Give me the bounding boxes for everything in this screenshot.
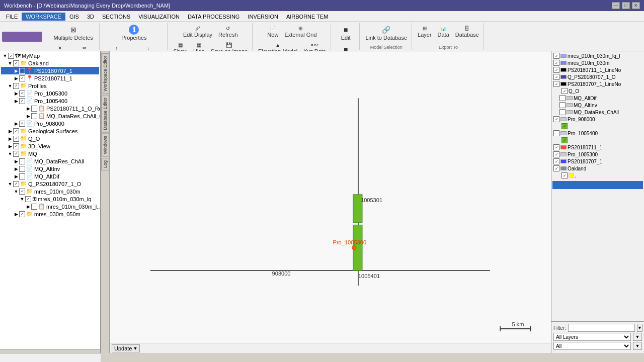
layer-cb-q-o[interactable]	[561, 88, 568, 94]
node-info-panel	[0, 353, 101, 362]
layer-label-mres: mres_010m_030m	[568, 60, 609, 66]
layer-row-pro-908000-check	[552, 123, 643, 130]
sidebar-tab-windows[interactable]: Windows	[101, 133, 109, 157]
layer-cb-ps20180707-lineno[interactable]	[553, 81, 559, 87]
tree-node-mq[interactable]: ▼ 📁 MQ	[1, 150, 99, 157]
filter-layers-dropdown[interactable]: ▼	[633, 333, 642, 341]
tree-node-mq-datares-chall[interactable]: ▶ 📄 MQ_DataRes_ChAll	[1, 157, 99, 165]
workspace-tree[interactable]: ▼ 🗺 MyMap ▼ 📁 Oakland ▶ 📍 PS20180707_1	[0, 51, 100, 349]
menu-workspace[interactable]: WORKSPACE	[22, 13, 65, 21]
filter-options-button[interactable]: ▼	[637, 324, 642, 332]
layer-label-pro-1005400: Pro_1005400	[568, 131, 598, 136]
layer-cb-ps20180707-1[interactable]	[553, 158, 559, 164]
tree-node-q-o[interactable]: ▶ 📁 Q_O	[1, 135, 99, 142]
layer-cb-mq-altinv[interactable]	[559, 102, 566, 108]
layer-cb-mres-lq-l[interactable]	[553, 53, 559, 59]
filter-all-select[interactable]: All	[553, 342, 631, 350]
hide-icon: ▦	[195, 41, 202, 48]
layer-color-oakland	[560, 166, 567, 170]
new-button[interactable]: 📄 New	[265, 23, 281, 39]
layer-cb-pro-1005400-2[interactable]	[561, 137, 568, 143]
multiple-deletes-button[interactable]: ⊠ Multiple Deletes	[51, 23, 96, 42]
layer-cb-pro-908000-2[interactable]	[561, 123, 568, 129]
data-export-button[interactable]: 📊 Data	[435, 23, 452, 39]
layer-cb-q-ps[interactable]	[553, 74, 559, 80]
edit-color-button[interactable]: ■ Edit	[338, 23, 354, 42]
layer-cb-mq-altdif[interactable]	[559, 95, 566, 101]
menu-gis[interactable]: GIS	[65, 13, 83, 21]
filter-all-dropdown[interactable]: ▼	[633, 342, 642, 350]
external-grid-icon: ⊞	[297, 25, 304, 32]
tree-node-pro-908000[interactable]: ▶ 📄 Pro_908000	[1, 120, 99, 127]
edit-display-button[interactable]: 🖊 Edit Display	[181, 23, 215, 39]
tree-node-profiles[interactable]: ▼ 📁 Profiles	[1, 82, 99, 89]
layer-cb-ps20180711-1[interactable]	[553, 144, 559, 150]
refresh-button[interactable]: ↺ Refresh	[216, 23, 240, 39]
minimize-button[interactable]: —	[612, 2, 620, 9]
layer-cb-pro-908000[interactable]	[553, 116, 559, 122]
tree-node-geological[interactable]: ▶ 📁 Geological Surfaces	[1, 127, 99, 135]
sidebar-tab-workspace[interactable]: Workspace Editor	[101, 53, 109, 94]
layer-row-dot: .	[552, 172, 643, 179]
layer-label-ps20180707-lineno: PS20180707_1_LineNo	[568, 81, 621, 87]
layer-cb-mq-datares[interactable]	[559, 109, 566, 115]
menu-3d[interactable]: 3D	[83, 13, 98, 21]
tree-node-ps20180711-res[interactable]: ▶ 📋 PS20180711_1_O_Res...	[1, 105, 99, 112]
tree-node-pro-1005400[interactable]: ▶ 📄 Pro_1005400	[1, 97, 99, 105]
tree-node-mq-altinv[interactable]: ▶ 📄 MQ_AltInv	[1, 165, 99, 172]
toolbar-group-node: ⊠ Multiple Deletes ✕ Delete ✏ Rename Nod…	[47, 23, 100, 50]
window-controls: — □ ✕	[612, 2, 640, 9]
sidebar-tab-log[interactable]: Log	[101, 158, 109, 170]
layer-row-q-ps: Q_PS20180707_1_O	[552, 73, 643, 80]
layer-cb-pro-1005400[interactable]	[553, 130, 559, 136]
tree-node-mres-050[interactable]: ▶ 📁 mres_030m_050m	[1, 210, 99, 218]
layer-cb-oakland[interactable]	[553, 165, 559, 171]
menu-inversion[interactable]: INVERSION	[244, 13, 282, 21]
update-button[interactable]: Update ▼	[112, 344, 140, 352]
menu-airborne-tem[interactable]: AIRBORNE TEM	[282, 13, 333, 21]
layer-cb-dot[interactable]	[561, 172, 568, 178]
external-grid-button[interactable]: ⊞ External Grid	[282, 23, 319, 39]
map-area[interactable]: 1005301 Pro_1005300 908000 1005401 5 km …	[110, 51, 551, 353]
layer-cb-pro-1005300[interactable]	[553, 151, 559, 157]
menu-data-processing[interactable]: DATA PROCESSING	[184, 13, 244, 21]
maximize-button[interactable]: □	[622, 2, 630, 9]
tree-node-mq-datares[interactable]: ▶ 📋 MQ_DataRes_ChAll_G	[1, 112, 99, 120]
tree-node-3dview[interactable]: ▶ 📁 3D_View	[1, 142, 99, 150]
filter-layers-select[interactable]: All Layers	[553, 333, 631, 341]
tree-node-mres-lq[interactable]: ▼ ⊞ mres_010m_030m_lq	[1, 195, 99, 203]
layer-cb-ps20180711-lineno[interactable]	[553, 67, 559, 73]
active-layer-row[interactable]	[552, 181, 643, 189]
layer-row-ps20180707-lineno: PS20180707_1_LineNo	[552, 80, 643, 87]
filter-input[interactable]	[568, 324, 635, 332]
layer-cb-mres[interactable]	[553, 60, 559, 66]
layers-list: mres_010m_030m_lq_l mres_010m_030m PS201…	[551, 51, 644, 321]
database-export-button[interactable]: 🗄 Database	[453, 23, 481, 39]
menu-sections[interactable]: SECTIONS	[98, 13, 134, 21]
tree-node-oakland[interactable]: ▼ 📁 Oakland	[1, 59, 99, 67]
layer-row-ps20180711-lineno: PS20180711_1_LineNo	[552, 66, 643, 73]
properties-button[interactable]: ℹ Properties	[119, 23, 149, 42]
tree-label-profiles: Profiles	[28, 83, 47, 89]
layer-color-mres-lq-l	[560, 54, 567, 58]
tree-scrollbar-h[interactable]	[0, 349, 100, 353]
menu-file[interactable]: FILE	[2, 13, 22, 21]
sidebar-tab-database[interactable]: Database Editor	[101, 95, 109, 133]
title-text: Workbench - [D:\Webinars\Managing Every …	[4, 3, 170, 9]
tree-node-mres-l[interactable]: ▶ 📋 mres_010m_030m_l...	[1, 203, 99, 210]
tree-node-ps20180707-1[interactable]: ▶ 📍 PS20180707_1	[1, 67, 99, 74]
layer-row-q-o: Q_O	[552, 87, 643, 95]
tree-label-mres-050: mres_030m_050m	[34, 211, 80, 217]
show-icon: ▦	[177, 41, 184, 48]
tree-node-mymap[interactable]: ▼ 🗺 MyMap	[1, 52, 99, 59]
tree-node-mq-altdif[interactable]: ▶ 📄 MQ_AltDif	[1, 172, 99, 180]
link-to-database-button[interactable]: 🔗 Link to Database	[363, 23, 410, 42]
layer-color-ps20180711-1	[560, 145, 567, 149]
layer-export-button[interactable]: ⊞ Layer	[415, 23, 434, 39]
tree-node-ps20180711-1[interactable]: ▶ 📍 PS20180711_1	[1, 74, 99, 82]
menu-visualization[interactable]: VISUALIZATION	[134, 13, 184, 21]
close-button[interactable]: ✕	[632, 2, 640, 9]
tree-node-mres[interactable]: ▼ 📁 mres_010m_030m	[1, 188, 99, 195]
tree-node-q-ps[interactable]: ▼ 📁 Q_PS20180707_1_O	[1, 180, 99, 188]
tree-node-pro-1005300[interactable]: ▶ 📄 Pro_1005300	[1, 89, 99, 97]
